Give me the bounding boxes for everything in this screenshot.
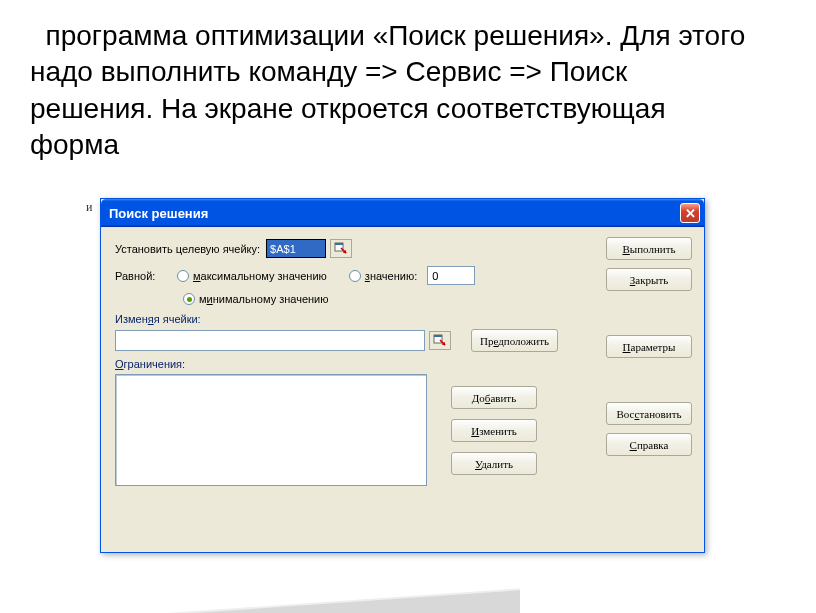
titlebar[interactable]: Поиск решения ✕ <box>101 199 704 227</box>
svg-rect-3 <box>434 335 442 337</box>
add-button[interactable]: Добавить <box>451 386 537 409</box>
changing-cells-input[interactable] <box>115 330 425 351</box>
target-cell-input[interactable] <box>266 239 326 258</box>
execute-button[interactable]: Выполнить <box>606 237 692 260</box>
solver-dialog: Поиск решения ✕ Установить целевую ячейк… <box>100 198 705 553</box>
slide-decoration <box>0 553 520 613</box>
constraints-list[interactable] <box>115 374 427 486</box>
collapse-dialog-icon[interactable] <box>429 331 451 350</box>
target-cell-label: Установить целевую ячейку: <box>115 243 260 255</box>
delete-button[interactable]: Удалить <box>451 452 537 475</box>
change-button[interactable]: Изменить <box>451 419 537 442</box>
radio-max-label: максимальному значению <box>193 270 327 282</box>
radio-min[interactable] <box>183 293 195 305</box>
radio-value[interactable] <box>349 270 361 282</box>
slide-description: программа оптимизации «Поиск решения». Д… <box>30 18 750 164</box>
restore-button[interactable]: Восстановить <box>606 402 692 425</box>
svg-rect-1 <box>335 243 343 245</box>
close-icon[interactable]: ✕ <box>680 203 700 223</box>
radio-max[interactable] <box>177 270 189 282</box>
radio-value-label: значению: <box>365 270 417 282</box>
value-input[interactable] <box>427 266 475 285</box>
params-button[interactable]: Параметры <box>606 335 692 358</box>
collapse-dialog-icon[interactable] <box>330 239 352 258</box>
close-button[interactable]: Закрыть <box>606 268 692 291</box>
equal-label: Равной: <box>115 270 169 282</box>
suggest-button[interactable]: Предположить <box>471 329 558 352</box>
radio-min-label: минимальному значению <box>199 293 329 305</box>
background-fragment: и <box>86 200 92 215</box>
dialog-title: Поиск решения <box>109 206 680 221</box>
help-button[interactable]: Справка <box>606 433 692 456</box>
